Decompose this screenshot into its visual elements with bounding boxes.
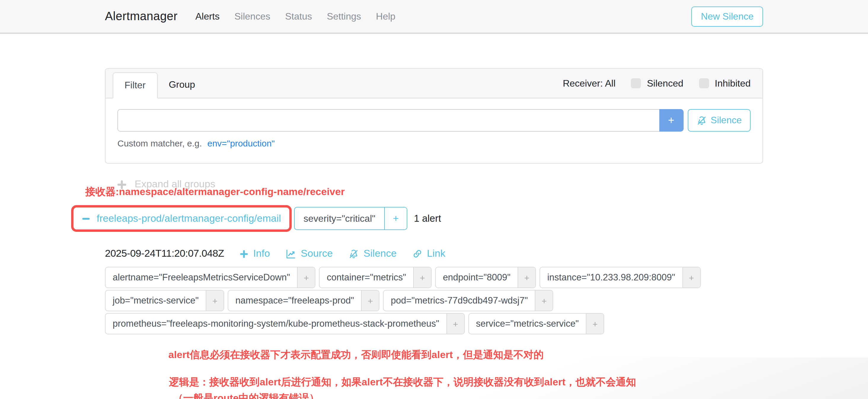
annotation-highlight-box: freeleaps-prod/alertmanager-config/email (71, 205, 292, 232)
tab-group[interactable]: Group (157, 72, 206, 98)
alert-silence-label: Silence (364, 248, 397, 260)
bell-slash-icon (349, 249, 359, 259)
panel-tabs: Filter Group (113, 69, 206, 98)
label-text: alertname="FreeleapsMetricsServiceDown" (105, 267, 297, 287)
bell-slash-icon (696, 115, 707, 125)
chart-icon (286, 249, 296, 259)
label-text: prometheus="freeleaps-monitoring-system/… (105, 314, 446, 334)
label-filter-plus-button[interactable]: + (446, 314, 464, 334)
alert-label-tag: alertname="FreeleapsMetricsServiceDown" … (105, 267, 315, 288)
group-collapse-button[interactable]: freeleaps-prod/alertmanager-config/email (75, 209, 287, 228)
tab-filter[interactable]: Filter (113, 72, 157, 98)
alert-labels: alertname="FreeleapsMetricsServiceDown" … (105, 266, 769, 335)
app-brand[interactable]: Alertmanager (105, 9, 178, 23)
silenced-checkbox[interactable]: Silenced (631, 78, 683, 89)
alert-source-label: Source (301, 248, 333, 260)
label-text: instance="10.233.98.209:8009" (540, 267, 682, 287)
checkbox-box-icon (631, 78, 641, 88)
label-text: job="metrics-service" (105, 290, 206, 311)
annotation-note-logic: 逻辑是：接收器收到alert后进行通知，如果alert不在接收器下，说明接收器没… (169, 374, 763, 390)
label-filter-plus-button[interactable]: + (682, 267, 700, 287)
group-matcher-text: severity="critical" (295, 208, 384, 229)
nav-status[interactable]: Status (285, 11, 312, 22)
alert-label-tag: namespace="freeleaps-prod" + (228, 290, 379, 311)
alert-label-tag: pod="metrics-77d9cdb497-wdsj7" + (383, 290, 553, 311)
silenced-checkbox-label: Silenced (647, 78, 683, 89)
label-filter-plus-button[interactable]: + (518, 267, 535, 287)
alert-label-tag: service="metrics-service" + (468, 313, 604, 334)
annotation-receiver-note: 接收器:namespace/altermanager-config-name/r… (85, 185, 763, 198)
hint-text: Custom matcher, e.g. (117, 138, 202, 148)
matcher-hint: Custom matcher, e.g. env="production" (117, 138, 751, 148)
link-icon (413, 249, 422, 258)
label-filter-plus-button[interactable]: + (535, 290, 553, 311)
alert-group-row: freeleaps-prod/alertmanager-config/email… (71, 205, 763, 232)
alert-label-tag: endpoint="8009" + (435, 267, 536, 288)
group-name: freeleaps-prod/alertmanager-config/email (97, 213, 281, 224)
new-silence-button[interactable]: New Silence (691, 6, 763, 26)
nav-help[interactable]: Help (376, 11, 396, 22)
label-filter-plus-button[interactable]: + (361, 290, 379, 311)
navbar: Alertmanager Alerts Silences Status Sett… (0, 0, 868, 34)
matcher-input[interactable] (117, 109, 659, 132)
main-nav: Alerts Silences Status Settings Help (195, 11, 396, 22)
filter-panel-body: + Silence Custom matcher, e.g. (105, 98, 763, 163)
label-text: pod="metrics-77d9cdb497-wdsj7" (383, 290, 535, 311)
nav-alerts[interactable]: Alerts (195, 11, 220, 22)
alert-meta-row: 2025-09-24T11:20:07.048Z Info Source (105, 248, 763, 260)
alert-label-tag: instance="10.233.98.209:8009" + (539, 267, 701, 288)
label-text: container="metrics" (319, 267, 413, 287)
alert-label-tag: prometheus="freeleaps-monitoring-system/… (105, 313, 465, 334)
annotation-note-config: alert信息必须在接收器下才表示配置成功，否则即使能看到alert，但是通知是… (168, 348, 763, 362)
alert-link-button[interactable]: Link (413, 248, 445, 260)
alert-silence-button[interactable]: Silence (349, 248, 397, 260)
alert-label-tag: container="metrics" + (319, 267, 432, 288)
alert-source-link[interactable]: Source (286, 248, 333, 260)
filter-panel: Filter Group Receiver: All Silenced Inhi… (105, 68, 763, 164)
label-filter-plus-button[interactable]: + (206, 290, 223, 311)
silence-button[interactable]: Silence (687, 109, 751, 132)
annotation-note-route: （一般是route中的逻辑有错误） (173, 390, 763, 399)
checkbox-box-icon (699, 78, 709, 88)
minus-icon (82, 214, 90, 223)
label-filter-plus-button[interactable]: + (413, 267, 431, 287)
receiver-selector[interactable]: Receiver: All (563, 78, 615, 89)
matcher-input-group: + (117, 109, 683, 132)
nav-silences[interactable]: Silences (235, 11, 270, 22)
alert-timestamp: 2025-09-24T11:20:07.048Z (105, 248, 224, 260)
inhibited-checkbox[interactable]: Inhibited (699, 78, 751, 89)
label-text: namespace="freeleaps-prod" (228, 290, 361, 311)
group-matcher-plus-button[interactable]: + (384, 208, 407, 229)
alert-count: 1 alert (414, 213, 441, 224)
alert-info-button[interactable]: Info (240, 248, 270, 260)
filter-options: Receiver: All Silenced Inhibited (563, 78, 751, 89)
alert-info-label: Info (253, 248, 270, 260)
alert-label-tag: job="metrics-service" + (105, 290, 224, 311)
filter-panel-header: Filter Group Receiver: All Silenced Inhi… (105, 69, 763, 98)
alert-link-label: Link (427, 248, 445, 260)
matcher-example-link[interactable]: env="production" (207, 138, 275, 148)
nav-settings[interactable]: Settings (327, 11, 361, 22)
plus-icon (240, 249, 248, 258)
silence-button-label: Silence (711, 115, 742, 126)
label-filter-plus-button[interactable]: + (297, 267, 315, 287)
label-text: endpoint="8009" (436, 267, 518, 287)
main-content: Filter Group Receiver: All Silenced Inhi… (105, 68, 763, 399)
inhibited-checkbox-label: Inhibited (715, 78, 751, 89)
alertmanager-app: Alertmanager Alerts Silences Status Sett… (0, 0, 868, 399)
group-matcher-chip: severity="critical" + (294, 207, 407, 230)
label-text: service="metrics-service" (469, 314, 586, 334)
add-matcher-button[interactable]: + (659, 109, 683, 132)
label-filter-plus-button[interactable]: + (586, 314, 603, 334)
